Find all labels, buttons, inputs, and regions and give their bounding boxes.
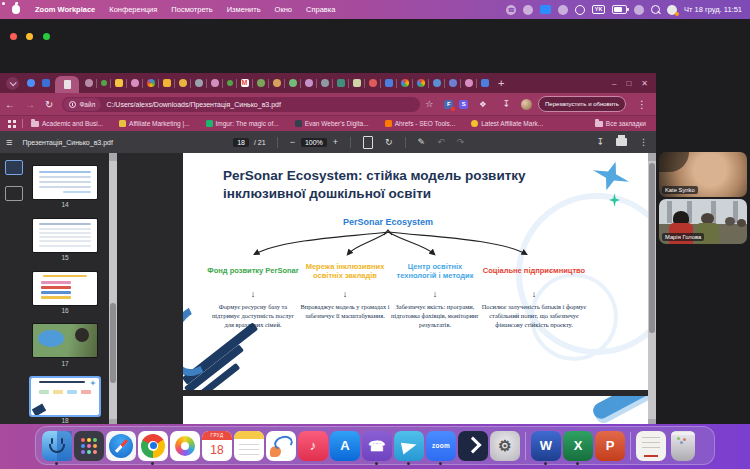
window-traffic-lights[interactable] (10, 26, 55, 44)
active-tab[interactable] (55, 76, 79, 93)
profile-avatar[interactable] (521, 99, 532, 110)
restart-update-button[interactable]: Перезапустить и обновить (538, 96, 626, 112)
page-number-input[interactable]: 18 (233, 138, 249, 147)
tab-favicon[interactable] (227, 80, 233, 86)
address-bar[interactable]: Файл C:/Users/alexs/Downloads/Презентаці… (62, 97, 420, 112)
pdf-menu-hamburger-icon[interactable]: ≡ (6, 136, 12, 148)
apps-grid-icon[interactable] (8, 120, 16, 128)
dock-launchpad-icon[interactable] (74, 431, 104, 461)
menu-edit[interactable]: Изменить (227, 5, 261, 14)
dock-calendar-icon[interactable]: ГРУД18 (202, 431, 232, 461)
telegram-status-icon[interactable] (558, 5, 568, 15)
thumbnail-page-16[interactable] (33, 272, 97, 305)
dock-dark-app-icon[interactable] (458, 431, 488, 461)
tab-favicon[interactable] (115, 79, 123, 87)
thumbnail-page-15[interactable] (33, 219, 97, 252)
zoom-level-value[interactable]: 100% (301, 138, 327, 147)
dock-notes-icon[interactable] (234, 431, 264, 461)
dock-appstore-icon[interactable]: A (330, 431, 360, 461)
back-button[interactable]: ← (5, 99, 15, 110)
undo-button[interactable]: ↶ (437, 137, 445, 147)
chrome-menu-kebab-icon[interactable]: ⋮ (637, 99, 647, 110)
tab-favicon[interactable] (465, 79, 473, 87)
dock-finder-icon[interactable] (42, 431, 72, 461)
dock-settings-icon[interactable]: ⚙ (490, 431, 520, 461)
pdf-scrollbar[interactable] (648, 153, 656, 427)
redo-button[interactable]: ↷ (457, 137, 465, 147)
dock-telegram-icon[interactable] (394, 431, 424, 461)
thumbnail-page-18-current[interactable] (31, 378, 99, 415)
annotate-pen-button[interactable]: ✎ (418, 137, 426, 147)
extensions-puzzle-icon[interactable]: ❖ (479, 100, 486, 109)
tab-favicon[interactable] (321, 79, 329, 87)
dock-excel-icon[interactable]: X (563, 431, 593, 461)
dock-downloads-icon[interactable] (636, 431, 666, 461)
menu-zoom-workplace[interactable]: Zoom Workplace (35, 5, 95, 14)
tab-favicon[interactable] (131, 79, 139, 87)
dock-photos-icon[interactable] (170, 431, 200, 461)
dock-music-icon[interactable]: ♪ (298, 431, 328, 461)
zoom-window-button[interactable] (43, 33, 50, 40)
outline-view-button[interactable] (5, 186, 23, 201)
extension-s-icon[interactable]: S (459, 100, 468, 109)
bookmark-item[interactable]: Ahrefs - SEO Tools... (385, 120, 456, 127)
participant-video-kate[interactable]: Kate Synko (659, 152, 747, 197)
address-url[interactable]: C:/Users/alexs/Downloads/Презентація_Син… (106, 101, 281, 108)
tab-favicon[interactable] (195, 79, 203, 87)
tab-favicon[interactable] (289, 79, 297, 87)
bookmark-item[interactable]: Affiliate Marketing |... (119, 120, 189, 127)
tab-search-icon[interactable] (6, 77, 19, 90)
tab-favicon[interactable] (449, 79, 457, 87)
battery-icon[interactable] (612, 5, 627, 14)
dock-trash-icon[interactable] (671, 431, 695, 461)
window-minimize-button[interactable]: – (612, 79, 616, 88)
dock-zoom-icon[interactable]: zoom (426, 431, 456, 461)
tab-favicon[interactable] (369, 79, 377, 87)
yk-badge[interactable]: YK (592, 5, 605, 14)
tab-favicon[interactable] (433, 79, 441, 87)
new-tab-button[interactable]: + (498, 77, 504, 89)
user-switch-icon[interactable] (667, 5, 677, 15)
tab-favicon[interactable] (179, 79, 187, 87)
dock-safari-icon[interactable] (106, 431, 136, 461)
menu-help[interactable]: Справка (306, 5, 335, 14)
tab-favicon[interactable] (42, 79, 50, 87)
tab-favicon[interactable] (337, 79, 345, 87)
bookmark-item[interactable]: Academic and Busi... (31, 120, 103, 127)
thumbnail-page-14[interactable] (33, 166, 97, 199)
tab-favicon[interactable] (101, 80, 107, 86)
zoom-out-button[interactable]: − (290, 137, 295, 147)
thumbnail-view-button[interactable] (5, 160, 23, 175)
tab-favicon[interactable] (481, 79, 489, 87)
reload-button[interactable]: ↻ (45, 99, 53, 110)
tab-favicon[interactable] (257, 79, 265, 87)
dock-viber-icon[interactable]: ☎ (362, 431, 392, 461)
menu-bar-clock[interactable]: Чт 18 груд. 11:51 (684, 5, 742, 14)
pdf-download-button[interactable]: ↧ (596, 137, 604, 147)
dock-word-icon[interactable]: W (531, 431, 561, 461)
screen-record-icon[interactable] (575, 5, 585, 15)
window-maximize-button[interactable]: □ (626, 79, 631, 88)
app-status-icon[interactable] (523, 5, 533, 15)
tab-favicon[interactable] (305, 79, 313, 87)
tab-favicon[interactable] (85, 79, 93, 87)
viber-status-icon[interactable]: ☎ (506, 5, 516, 15)
close-window-button[interactable] (10, 33, 17, 40)
zoom-in-button[interactable]: + (333, 137, 338, 147)
rotate-button[interactable]: ↻ (385, 137, 393, 147)
search-icon[interactable] (651, 5, 660, 14)
sidebar-scrollbar[interactable] (109, 153, 117, 427)
bookmark-item[interactable]: Evan Weber's Digita... (295, 120, 369, 127)
menu-window[interactable]: Окно (275, 5, 292, 14)
pdf-more-kebab-icon[interactable]: ⋮ (639, 137, 648, 147)
forward-button[interactable]: → (25, 99, 35, 110)
window-close-button[interactable]: ✕ (641, 79, 648, 88)
hotspot-icon[interactable] (634, 5, 644, 15)
participant-video-maria[interactable]: Марія Голова (659, 199, 747, 244)
fit-page-button[interactable] (363, 136, 373, 149)
tab-favicon[interactable] (211, 79, 219, 87)
tab-favicon[interactable] (385, 79, 393, 87)
dock-powerpoint-icon[interactable]: P (595, 431, 625, 461)
zoom-status-icon[interactable] (540, 5, 551, 14)
bookmark-star-icon[interactable]: ☆ (425, 99, 433, 109)
